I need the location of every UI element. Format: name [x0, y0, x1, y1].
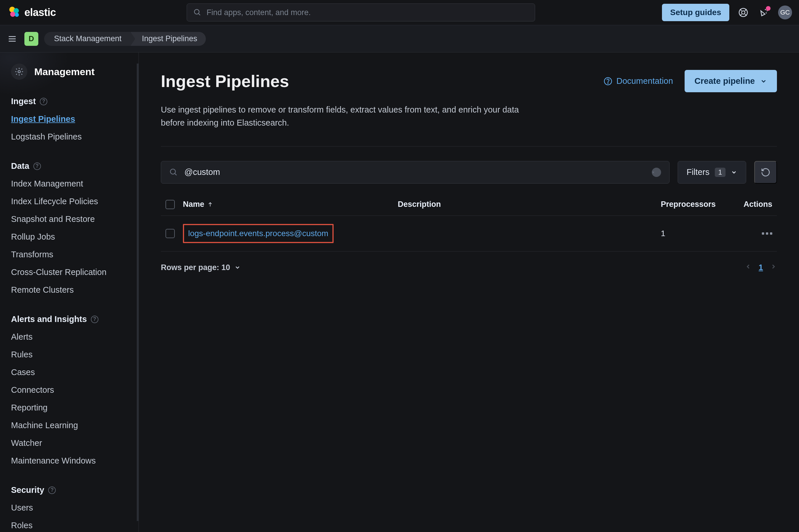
breadcrumb-stack-management[interactable]: Stack Management — [44, 32, 130, 46]
search-value: @custom — [184, 167, 652, 177]
notification-dot — [766, 6, 770, 11]
sidebar-header: Management — [0, 63, 136, 91]
sidebar-item[interactable]: Logstash Pipelines — [0, 128, 136, 146]
table-row: logs-endpoint.events.process@custom 1 — [161, 216, 777, 251]
table-toolbar: @custom Filters 1 — [161, 161, 777, 184]
search-icon — [169, 168, 178, 177]
space-selector[interactable]: D — [24, 32, 38, 46]
sidebar-item[interactable]: Reporting — [0, 399, 136, 417]
prev-page-button[interactable] — [745, 263, 752, 272]
row-checkbox[interactable] — [165, 229, 175, 238]
sidebar-item[interactable]: Cross-Cluster Replication — [0, 263, 136, 281]
page-title: Ingest Pipelines — [161, 71, 289, 91]
help-icon[interactable]: ? — [91, 316, 98, 323]
sidebar-item[interactable]: Maintenance Windows — [0, 452, 136, 470]
sidebar-item[interactable]: Machine Learning — [0, 417, 136, 434]
elastic-logo-icon — [7, 5, 21, 19]
documentation-link[interactable]: Documentation — [604, 76, 673, 86]
help-circle-icon — [604, 77, 612, 86]
column-actions: Actions — [730, 200, 777, 209]
help-icon-button[interactable] — [736, 5, 750, 19]
sidebar-item[interactable]: Remote Clusters — [0, 281, 136, 299]
header-actions: Setup guides GC — [662, 4, 792, 21]
chevron-down-icon — [731, 169, 737, 175]
page-number[interactable]: 1 — [759, 263, 763, 272]
row-actions-button[interactable] — [730, 232, 777, 235]
pipeline-name-link[interactable]: logs-endpoint.events.process@custom — [183, 224, 333, 243]
sidebar-section-title: Alerts and Insights? — [0, 309, 136, 328]
svg-line-5 — [198, 14, 200, 15]
hamburger-icon — [7, 34, 17, 43]
svg-line-9 — [745, 9, 747, 11]
sidebar-item[interactable]: Transforms — [0, 246, 136, 263]
breadcrumb-bar: D Stack Management Ingest Pipelines — [0, 25, 799, 53]
page-description: Use ingest pipelines to remove or transf… — [161, 103, 521, 129]
sort-asc-icon — [207, 202, 213, 207]
sidebar-item[interactable]: Snapshot and Restore — [0, 210, 136, 228]
create-pipeline-button[interactable]: Create pipeline — [685, 70, 777, 92]
elastic-logo-text: elastic — [24, 6, 56, 19]
global-search-input[interactable]: Find apps, content, and more. — [187, 3, 535, 21]
column-preprocessors[interactable]: Preprocessors — [661, 200, 730, 209]
newsfeed-icon-button[interactable] — [757, 5, 771, 19]
sidebar-section-title: Security? — [0, 480, 136, 499]
sidebar: Management Ingest?Ingest PipelinesLogsta… — [0, 53, 139, 532]
help-icon[interactable]: ? — [33, 163, 41, 170]
column-description[interactable]: Description — [398, 200, 661, 209]
divider — [161, 146, 777, 147]
chevron-down-icon — [234, 264, 241, 271]
pagination: Rows per page: 10 1 — [161, 263, 777, 272]
pipeline-search-input[interactable]: @custom — [161, 161, 670, 184]
filters-button[interactable]: Filters 1 — [678, 161, 746, 184]
sidebar-item[interactable]: Rollup Jobs — [0, 228, 136, 246]
svg-line-14 — [766, 13, 767, 13]
global-header: elastic Find apps, content, and more. Se… — [0, 0, 799, 25]
sidebar-item[interactable]: Roles — [0, 517, 136, 532]
svg-point-2 — [10, 12, 15, 17]
rows-per-page-button[interactable]: Rows per page: 10 — [161, 263, 241, 272]
elastic-logo[interactable]: elastic — [7, 5, 56, 19]
help-icon[interactable]: ? — [40, 98, 47, 105]
global-search-placeholder: Find apps, content, and more. — [207, 8, 311, 17]
sidebar-item[interactable]: Ingest Pipelines — [0, 110, 136, 128]
lifebuoy-icon — [738, 7, 748, 17]
chevron-right-icon — [770, 263, 777, 270]
sidebar-item[interactable]: Index Lifecycle Policies — [0, 193, 136, 210]
sidebar-item[interactable]: Cases — [0, 363, 136, 381]
svg-point-21 — [170, 169, 176, 174]
breadcrumb-ingest-pipelines: Ingest Pipelines — [130, 32, 206, 46]
chevron-left-icon — [745, 263, 752, 270]
setup-guides-button[interactable]: Setup guides — [662, 4, 729, 21]
sidebar-item[interactable]: Watcher — [0, 434, 136, 452]
x-icon — [652, 170, 655, 175]
svg-point-20 — [608, 83, 608, 83]
sidebar-item[interactable]: Index Management — [0, 175, 136, 193]
svg-line-8 — [740, 9, 742, 11]
user-avatar[interactable]: GC — [778, 5, 792, 19]
next-page-button[interactable] — [770, 263, 777, 272]
sidebar-item[interactable]: Alerts — [0, 328, 136, 346]
filters-count-badge: 1 — [715, 168, 726, 177]
svg-point-18 — [18, 71, 20, 73]
row-preprocessors: 1 — [661, 229, 730, 238]
sidebar-item[interactable]: Connectors — [0, 381, 136, 399]
select-all-checkbox[interactable] — [165, 200, 175, 209]
column-name[interactable]: Name — [183, 200, 398, 209]
refresh-button[interactable] — [754, 161, 777, 184]
svg-point-3 — [15, 13, 19, 17]
sidebar-item[interactable]: Users — [0, 499, 136, 517]
pipelines-table: Name Description Preprocessors Actions l… — [161, 193, 777, 251]
nav-toggle-button[interactable] — [6, 33, 19, 45]
refresh-icon — [761, 167, 770, 177]
svg-line-11 — [745, 14, 747, 16]
table-header: Name Description Preprocessors Actions — [161, 193, 777, 216]
clear-search-button[interactable] — [652, 168, 661, 177]
svg-line-10 — [740, 14, 742, 16]
gear-icon — [11, 63, 27, 80]
sidebar-item[interactable]: Rules — [0, 346, 136, 363]
svg-point-7 — [742, 11, 745, 14]
svg-line-12 — [765, 9, 766, 10]
help-icon[interactable]: ? — [48, 487, 56, 494]
sidebar-section-title: Data? — [0, 156, 136, 175]
search-icon — [193, 8, 201, 17]
